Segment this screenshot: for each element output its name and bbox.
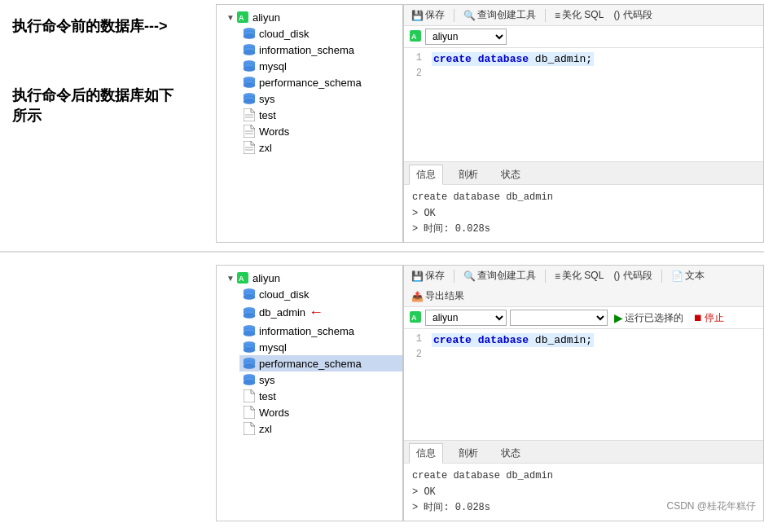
tree-root: ▼ A aliyun — [217, 9, 402, 156]
bottom-code-editor[interactable]: 1 create database db_admin; 2 — [404, 329, 763, 440]
main-container: 执行命令前的数据库---> 执行命令后的数据库如下所示 ▼ A aliyun — [0, 0, 764, 521]
toolbar-separator — [545, 9, 546, 22]
aliyun-icon: A — [409, 310, 422, 326]
list-item[interactable]: mysql — [239, 58, 402, 74]
list-item-words[interactable]: Words — [239, 404, 402, 420]
item-label: zxl — [259, 423, 272, 435]
beautify-icon: ≡ — [555, 10, 560, 21]
list-item[interactable]: test — [239, 107, 402, 123]
query-tool-button[interactable]: 🔍 查询创建工具 — [461, 268, 538, 284]
db-icon — [243, 324, 256, 337]
beautify-button[interactable]: ≡ 美化 SQL — [552, 7, 606, 23]
keyword-create: create — [433, 334, 472, 346]
tab-profile[interactable]: 剖析 — [451, 443, 485, 463]
item-label: information_schema — [259, 44, 354, 56]
svg-marker-60 — [244, 406, 255, 419]
save-icon: 💾 — [411, 270, 424, 282]
line-number: 1 — [404, 333, 428, 345]
snippet-button[interactable]: () 代码段 — [611, 268, 654, 284]
list-item[interactable]: information_schema — [239, 323, 402, 339]
tab-info[interactable]: 信息 — [409, 165, 443, 185]
tree-root-item[interactable]: ▼ A aliyun — [223, 9, 402, 25]
top-section: 执行命令前的数据库---> 执行命令后的数据库如下所示 ▼ A aliyun — [0, 0, 764, 253]
bottom-tree-children: cloud_disk db_admin — [223, 286, 402, 437]
list-item[interactable]: sys — [239, 372, 402, 388]
beautify-icon: ≡ — [555, 270, 560, 282]
save-button[interactable]: 💾 保存 — [409, 7, 447, 23]
export-button[interactable]: 📤 导出结果 — [409, 288, 467, 304]
text-icon: 📄 — [671, 270, 683, 282]
code-highlighted: create database db_admin; — [432, 333, 594, 347]
aliyun-icon: A — [409, 29, 422, 45]
list-item[interactable]: information_schema — [239, 42, 402, 58]
list-item[interactable]: sys — [239, 90, 402, 107]
snippet-button[interactable]: () 代码段 — [611, 7, 654, 23]
list-item[interactable]: Words — [239, 123, 402, 139]
file-icon — [243, 141, 256, 154]
toolbar-separator — [454, 9, 454, 22]
text-button[interactable]: 📄 文本 — [669, 268, 707, 284]
tree-root-item[interactable]: ▼ A aliyun — [223, 270, 402, 286]
info-line-3: > 时间: 0.028s — [412, 222, 755, 237]
item-label: Words — [259, 407, 289, 419]
svg-text:A: A — [239, 275, 244, 283]
list-item[interactable]: cloud_disk — [239, 25, 402, 42]
db-icon — [243, 341, 256, 354]
run-button[interactable]: ▶ 运行已选择的 — [611, 310, 687, 326]
list-item[interactable]: cloud_disk — [239, 286, 402, 302]
top-editor-toolbar: 💾 保存 🔍 查询创建工具 ≡ 美化 SQL () 代码段 — [404, 5, 763, 26]
file-icon — [243, 422, 256, 435]
db-dropdown[interactable]: aliyun — [425, 310, 507, 326]
top-editor-panel: 💾 保存 🔍 查询创建工具 ≡ 美化 SQL () 代码段 — [403, 4, 764, 243]
db-name: db_admin; — [535, 53, 592, 65]
list-item-db-admin[interactable]: db_admin ← — [239, 302, 402, 323]
beautify-label: 美化 SQL — [562, 269, 604, 283]
db-icon — [243, 43, 256, 56]
snippet-label: () 代码段 — [613, 269, 652, 283]
bottom-db-tree: ▼ A aliyun — [216, 265, 403, 521]
svg-point-53 — [244, 365, 255, 369]
item-label: db_admin — [259, 306, 305, 319]
file-icon — [243, 125, 256, 138]
svg-point-20 — [244, 100, 255, 104]
db-dropdown[interactable]: aliyun — [425, 29, 507, 45]
schema-dropdown[interactable] — [510, 310, 608, 326]
svg-marker-61 — [244, 422, 255, 435]
play-icon: ▶ — [614, 311, 623, 324]
tab-info[interactable]: 信息 — [409, 443, 443, 464]
list-item[interactable]: mysql — [239, 339, 402, 355]
tab-status[interactable]: 状态 — [494, 443, 528, 463]
item-label: cloud_disk — [259, 288, 309, 301]
tab-status[interactable]: 状态 — [494, 165, 528, 184]
red-arrow-icon: ← — [309, 304, 323, 321]
label-before: 执行命令前的数据库---> — [12, 16, 204, 37]
line-number: 2 — [404, 68, 428, 79]
code-highlighted: create database db_admin; — [432, 52, 594, 66]
beautify-button[interactable]: ≡ 美化 SQL — [552, 268, 606, 284]
save-button[interactable]: 💾 保存 — [409, 268, 447, 284]
item-label: performance_schema — [259, 77, 362, 89]
list-item[interactable]: zxl — [239, 420, 402, 437]
svg-point-12 — [244, 68, 255, 72]
keyword-create: create — [433, 53, 472, 65]
list-item[interactable]: test — [239, 388, 402, 404]
list-item[interactable]: performance_schema — [239, 74, 402, 90]
db-icon — [243, 357, 256, 370]
svg-point-41 — [244, 314, 255, 318]
top-db-selector-row: A aliyun — [404, 26, 763, 48]
toolbar-separator — [661, 270, 662, 283]
tab-profile[interactable]: 剖析 — [451, 165, 485, 184]
stop-button[interactable]: ⏹ 停止 — [690, 310, 727, 326]
bottom-tree-root: ▼ A aliyun — [217, 270, 402, 437]
bottom-info-tabs: 信息 剖析 状态 — [404, 441, 763, 464]
query-label: 查询创建工具 — [477, 8, 536, 22]
list-item-selected[interactable]: performance_schema — [239, 355, 402, 372]
export-label: 导出结果 — [425, 289, 464, 303]
svg-marker-59 — [244, 389, 255, 402]
chevron-down-icon: ▼ — [226, 13, 235, 22]
list-item[interactable]: zxl — [239, 139, 402, 156]
item-label: test — [259, 109, 276, 121]
text-label: 文本 — [685, 269, 705, 283]
query-tool-button[interactable]: 🔍 查询创建工具 — [461, 7, 538, 23]
top-code-editor[interactable]: 1 create database db_admin; 2 — [404, 48, 763, 161]
